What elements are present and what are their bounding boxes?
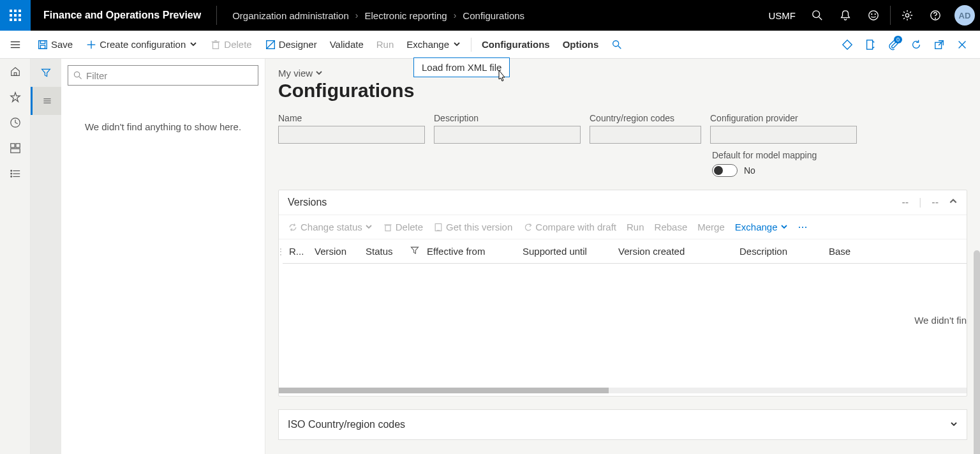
expand-button[interactable] bbox=[950, 419, 958, 430]
svg-marker-41 bbox=[11, 93, 20, 102]
app-launcher-button[interactable] bbox=[0, 0, 31, 31]
svg-rect-25 bbox=[213, 42, 219, 49]
rebase-button[interactable]: Rebase bbox=[650, 219, 693, 235]
delete-button[interactable]: Delete bbox=[204, 31, 258, 59]
scrollbar-thumb[interactable] bbox=[279, 388, 609, 393]
collapse-button[interactable] bbox=[949, 197, 958, 208]
view-selector[interactable]: My view bbox=[278, 68, 967, 79]
help-icon bbox=[930, 10, 941, 21]
col-filter-button[interactable] bbox=[404, 246, 420, 257]
svg-rect-60 bbox=[435, 223, 442, 231]
name-label: Name bbox=[278, 113, 425, 123]
versions-header-action-1[interactable]: -- bbox=[902, 197, 909, 208]
designer-button[interactable]: Designer bbox=[258, 31, 323, 59]
grid-horizontal-scrollbar[interactable] bbox=[279, 388, 967, 393]
options-tab[interactable]: Options bbox=[556, 31, 605, 59]
popout-icon bbox=[933, 39, 945, 50]
nav-favorites[interactable] bbox=[0, 84, 31, 110]
nav-recent[interactable] bbox=[0, 110, 31, 135]
svg-point-14 bbox=[905, 13, 909, 17]
settings-button[interactable] bbox=[893, 0, 921, 31]
col-effective-from[interactable]: Effective from bbox=[420, 246, 516, 257]
chevron-down-icon bbox=[780, 222, 788, 232]
content-vertical-scrollbar[interactable] bbox=[974, 250, 980, 454]
iso-panel-title: ISO Country/region codes bbox=[288, 419, 405, 430]
filter-box[interactable] bbox=[68, 65, 258, 86]
funnel-icon bbox=[410, 246, 419, 255]
company-picker[interactable]: USMF bbox=[769, 10, 796, 21]
header-fields: Name Description Country/region codes Co… bbox=[278, 113, 967, 144]
iso-panel[interactable]: ISO Country/region codes bbox=[278, 409, 967, 440]
refresh-button[interactable] bbox=[905, 31, 928, 59]
notifications-button[interactable] bbox=[831, 0, 859, 31]
create-configuration-button[interactable]: Create configuration bbox=[79, 31, 204, 59]
compare-button[interactable]: Compare with draft bbox=[517, 219, 621, 235]
close-button[interactable] bbox=[951, 31, 974, 59]
page-title: Configurations bbox=[278, 80, 967, 102]
search-button[interactable] bbox=[803, 0, 831, 31]
versions-panel: Versions -- | -- Change status bbox=[278, 190, 967, 397]
find-button[interactable] bbox=[605, 31, 632, 59]
topbar-right: USMF AD bbox=[769, 0, 981, 31]
default-mapping-row: Default for model mapping No bbox=[712, 150, 967, 177]
validate-button[interactable]: Validate bbox=[323, 31, 370, 59]
attachments-button[interactable]: 0 bbox=[882, 31, 905, 59]
svg-rect-43 bbox=[11, 144, 15, 148]
help-button[interactable] bbox=[921, 0, 949, 31]
action-pane: Save Create configuration Delete Designe… bbox=[0, 31, 980, 59]
run-button[interactable]: Run bbox=[370, 31, 401, 59]
more-actions-button[interactable]: ··· bbox=[793, 220, 813, 234]
save-button[interactable]: Save bbox=[31, 31, 79, 59]
breadcrumb-configurations[interactable]: Configurations bbox=[463, 10, 524, 21]
pin-button[interactable] bbox=[836, 31, 859, 59]
chevron-up-icon bbox=[949, 197, 958, 206]
filter-tab-funnel[interactable] bbox=[31, 59, 61, 87]
default-mapping-toggle[interactable]: No bbox=[712, 164, 967, 177]
col-base[interactable]: Base bbox=[822, 246, 886, 257]
svg-rect-3 bbox=[10, 14, 12, 17]
change-status-button[interactable]: Change status bbox=[283, 219, 378, 235]
breadcrumb-org-admin[interactable]: Organization administration bbox=[232, 10, 349, 21]
toggle-knob bbox=[714, 166, 723, 175]
country-input[interactable] bbox=[590, 126, 701, 144]
compare-label: Compare with draft bbox=[535, 222, 616, 232]
col-version[interactable]: Version bbox=[308, 246, 359, 257]
get-version-button[interactable]: Get this version bbox=[428, 219, 517, 235]
country-label: Country/region codes bbox=[590, 113, 701, 123]
versions-exchange-label: Exchange bbox=[735, 222, 778, 232]
versions-header-action-2[interactable]: -- bbox=[932, 197, 939, 208]
versions-header[interactable]: Versions -- | -- bbox=[279, 190, 967, 215]
feedback-button[interactable] bbox=[859, 0, 887, 31]
field-description: Description bbox=[434, 113, 581, 144]
filter-input[interactable] bbox=[86, 70, 253, 81]
svg-rect-44 bbox=[16, 144, 20, 148]
col-r[interactable]: R... bbox=[283, 246, 308, 257]
popout-button[interactable] bbox=[928, 31, 951, 59]
col-supported-until[interactable]: Supported until bbox=[516, 246, 612, 257]
description-input[interactable] bbox=[434, 126, 581, 144]
svg-point-16 bbox=[935, 18, 936, 19]
versions-delete-button[interactable]: Delete bbox=[378, 219, 428, 235]
versions-run-button[interactable]: Run bbox=[621, 219, 650, 235]
svg-point-13 bbox=[875, 14, 875, 15]
nav-home[interactable] bbox=[0, 59, 31, 84]
name-input[interactable] bbox=[278, 126, 425, 144]
merge-button[interactable]: Merge bbox=[692, 219, 730, 235]
configurations-label: Configurations bbox=[482, 39, 550, 50]
user-avatar[interactable]: AD bbox=[949, 0, 980, 31]
col-version-created[interactable]: Version created bbox=[612, 246, 733, 257]
nav-workspaces[interactable] bbox=[0, 135, 31, 161]
grid-icon bbox=[10, 142, 21, 154]
nav-modules[interactable] bbox=[0, 161, 31, 186]
exchange-button[interactable]: Exchange bbox=[400, 31, 467, 59]
breadcrumb-electronic-reporting[interactable]: Electronic reporting bbox=[364, 10, 447, 21]
configurations-tab[interactable]: Configurations bbox=[475, 31, 556, 59]
versions-exchange-button[interactable]: Exchange bbox=[730, 219, 793, 235]
col-description[interactable]: Description bbox=[733, 246, 822, 257]
office-addin-button[interactable] bbox=[859, 31, 882, 59]
provider-input[interactable] bbox=[710, 126, 857, 144]
filter-tab-list[interactable] bbox=[31, 87, 61, 115]
nav-toggle-button[interactable] bbox=[0, 31, 31, 59]
svg-point-51 bbox=[11, 176, 12, 178]
col-status[interactable]: Status bbox=[359, 246, 404, 257]
